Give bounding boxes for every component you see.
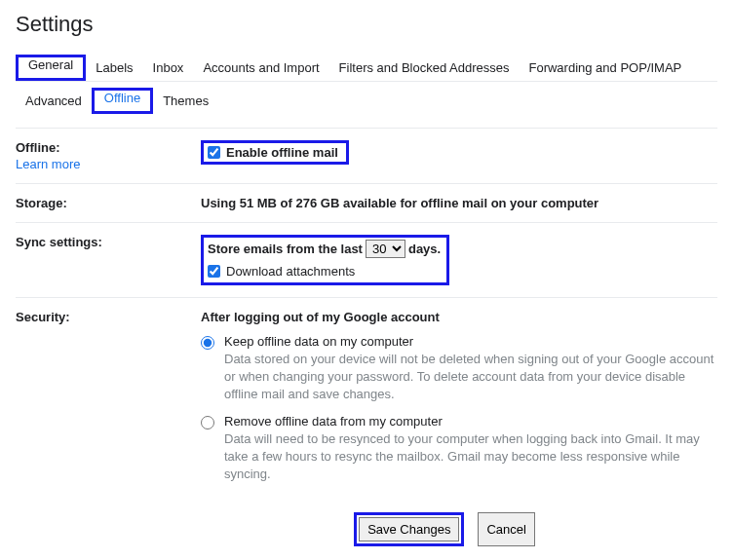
offline-label-block: Offline: Learn more: [16, 140, 201, 171]
button-row: Save Changes Cancel: [16, 512, 717, 546]
tabs-row-2: Advanced Offline Themes: [16, 82, 717, 120]
tab-offline[interactable]: Offline: [95, 85, 150, 111]
section-offline: Offline: Learn more Enable offline mail: [16, 129, 717, 184]
radio-remove-block: Remove offline data from my computer Dat…: [201, 414, 717, 484]
sync-label: Sync settings:: [16, 235, 201, 285]
security-label: Security:: [16, 310, 201, 483]
page-title: Settings: [16, 12, 717, 37]
offline-content: Enable offline mail: [201, 140, 717, 171]
store-prefix: Store emails from the last: [208, 242, 363, 256]
tab-filters[interactable]: Filters and Blocked Addresses: [329, 55, 520, 81]
highlight-sync: Store emails from the last 30 days. Down…: [201, 235, 449, 285]
store-suffix: days.: [408, 242, 441, 256]
settings-sections: Offline: Learn more Enable offline mail …: [16, 128, 717, 495]
tab-labels[interactable]: Labels: [86, 55, 142, 81]
learn-more-link[interactable]: Learn more: [16, 157, 201, 171]
download-row: Download attachments: [208, 264, 441, 279]
storage-label: Storage:: [16, 196, 201, 210]
radio-keep-content: Keep offline data on my computer Data st…: [224, 334, 717, 404]
sync-content: Store emails from the last 30 days. Down…: [201, 235, 717, 285]
radio-keep-block: Keep offline data on my computer Data st…: [201, 334, 717, 404]
store-row: Store emails from the last 30 days.: [208, 240, 441, 258]
tabs-row-1: General Labels Inbox Accounts and Import…: [16, 55, 717, 82]
radio-remove[interactable]: [201, 416, 214, 429]
section-storage: Storage: Using 51 MB of 276 GB available…: [16, 184, 717, 223]
section-sync: Sync settings: Store emails from the las…: [16, 223, 717, 298]
radio-remove-content: Remove offline data from my computer Dat…: [224, 414, 717, 484]
cancel-button[interactable]: Cancel: [478, 512, 534, 546]
days-select[interactable]: 30: [366, 240, 405, 258]
enable-offline-label: Enable offline mail: [226, 145, 338, 160]
radio-keep-title: Keep offline data on my computer: [224, 334, 717, 349]
download-attachments-label: Download attachments: [226, 264, 355, 279]
tab-advanced[interactable]: Advanced: [16, 88, 92, 114]
radio-remove-title: Remove offline data from my computer: [224, 414, 717, 429]
radio-remove-desc: Data will need to be resynced to your co…: [224, 430, 717, 484]
highlight-save: Save Changes: [354, 512, 464, 546]
security-heading: After logging out of my Google account: [201, 310, 717, 324]
radio-keep-desc: Data stored on your device will not be d…: [224, 351, 717, 404]
tab-inbox[interactable]: Inbox: [143, 55, 194, 81]
highlight-offline: Offline: [92, 88, 153, 114]
tab-general[interactable]: General: [19, 52, 83, 78]
tab-forwarding[interactable]: Forwarding and POP/IMAP: [519, 55, 691, 81]
save-button[interactable]: Save Changes: [359, 517, 459, 541]
security-content: After logging out of my Google account K…: [201, 310, 717, 483]
tab-themes[interactable]: Themes: [153, 88, 218, 114]
tab-accounts[interactable]: Accounts and Import: [193, 55, 328, 81]
section-security: Security: After logging out of my Google…: [16, 298, 717, 495]
storage-text: Using 51 MB of 276 GB available for offl…: [201, 196, 717, 210]
enable-offline-checkbox[interactable]: [208, 146, 220, 159]
highlight-general: General: [16, 55, 86, 81]
download-attachments-checkbox[interactable]: [208, 265, 220, 278]
highlight-enable-offline: Enable offline mail: [201, 140, 349, 165]
radio-keep[interactable]: [201, 336, 214, 350]
offline-label: Offline:: [16, 140, 60, 155]
